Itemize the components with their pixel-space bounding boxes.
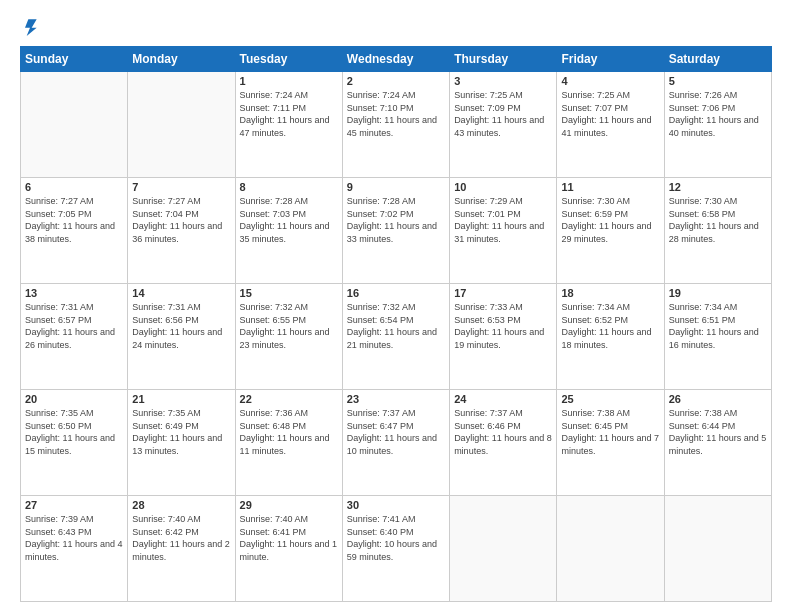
day-info: Sunrise: 7:39 AM Sunset: 6:43 PM Dayligh… [25,513,123,563]
day-info: Sunrise: 7:38 AM Sunset: 6:45 PM Dayligh… [561,407,659,457]
weekday-header-tuesday: Tuesday [235,47,342,72]
calendar-cell: 10Sunrise: 7:29 AM Sunset: 7:01 PM Dayli… [450,178,557,284]
day-info: Sunrise: 7:31 AM Sunset: 6:56 PM Dayligh… [132,301,230,351]
logo [20,16,44,36]
day-info: Sunrise: 7:41 AM Sunset: 6:40 PM Dayligh… [347,513,445,563]
day-number: 25 [561,393,659,405]
day-number: 10 [454,181,552,193]
day-info: Sunrise: 7:27 AM Sunset: 7:05 PM Dayligh… [25,195,123,245]
day-info: Sunrise: 7:25 AM Sunset: 7:07 PM Dayligh… [561,89,659,139]
weekday-header-saturday: Saturday [664,47,771,72]
day-number: 12 [669,181,767,193]
day-number: 28 [132,499,230,511]
day-info: Sunrise: 7:34 AM Sunset: 6:51 PM Dayligh… [669,301,767,351]
day-info: Sunrise: 7:30 AM Sunset: 6:59 PM Dayligh… [561,195,659,245]
day-info: Sunrise: 7:24 AM Sunset: 7:11 PM Dayligh… [240,89,338,139]
day-number: 13 [25,287,123,299]
day-number: 22 [240,393,338,405]
calendar-cell: 27Sunrise: 7:39 AM Sunset: 6:43 PM Dayli… [21,496,128,602]
calendar-cell: 3Sunrise: 7:25 AM Sunset: 7:09 PM Daylig… [450,72,557,178]
day-info: Sunrise: 7:25 AM Sunset: 7:09 PM Dayligh… [454,89,552,139]
calendar-cell: 12Sunrise: 7:30 AM Sunset: 6:58 PM Dayli… [664,178,771,284]
calendar-cell [128,72,235,178]
day-info: Sunrise: 7:37 AM Sunset: 6:46 PM Dayligh… [454,407,552,457]
day-number: 24 [454,393,552,405]
day-info: Sunrise: 7:27 AM Sunset: 7:04 PM Dayligh… [132,195,230,245]
calendar-cell: 13Sunrise: 7:31 AM Sunset: 6:57 PM Dayli… [21,284,128,390]
day-number: 11 [561,181,659,193]
weekday-header-sunday: Sunday [21,47,128,72]
week-row-5: 27Sunrise: 7:39 AM Sunset: 6:43 PM Dayli… [21,496,772,602]
calendar-cell: 21Sunrise: 7:35 AM Sunset: 6:49 PM Dayli… [128,390,235,496]
weekday-header-friday: Friday [557,47,664,72]
day-info: Sunrise: 7:32 AM Sunset: 6:54 PM Dayligh… [347,301,445,351]
calendar-cell: 20Sunrise: 7:35 AM Sunset: 6:50 PM Dayli… [21,390,128,496]
calendar-cell: 5Sunrise: 7:26 AM Sunset: 7:06 PM Daylig… [664,72,771,178]
week-row-4: 20Sunrise: 7:35 AM Sunset: 6:50 PM Dayli… [21,390,772,496]
day-info: Sunrise: 7:30 AM Sunset: 6:58 PM Dayligh… [669,195,767,245]
day-number: 8 [240,181,338,193]
weekday-header-row: SundayMondayTuesdayWednesdayThursdayFrid… [21,47,772,72]
day-info: Sunrise: 7:26 AM Sunset: 7:06 PM Dayligh… [669,89,767,139]
header [20,16,772,36]
calendar-cell: 15Sunrise: 7:32 AM Sunset: 6:55 PM Dayli… [235,284,342,390]
calendar-cell: 23Sunrise: 7:37 AM Sunset: 6:47 PM Dayli… [342,390,449,496]
day-info: Sunrise: 7:24 AM Sunset: 7:10 PM Dayligh… [347,89,445,139]
day-number: 2 [347,75,445,87]
day-info: Sunrise: 7:37 AM Sunset: 6:47 PM Dayligh… [347,407,445,457]
calendar-cell: 11Sunrise: 7:30 AM Sunset: 6:59 PM Dayli… [557,178,664,284]
calendar-cell: 7Sunrise: 7:27 AM Sunset: 7:04 PM Daylig… [128,178,235,284]
day-info: Sunrise: 7:33 AM Sunset: 6:53 PM Dayligh… [454,301,552,351]
day-info: Sunrise: 7:35 AM Sunset: 6:50 PM Dayligh… [25,407,123,457]
weekday-header-thursday: Thursday [450,47,557,72]
calendar-cell: 16Sunrise: 7:32 AM Sunset: 6:54 PM Dayli… [342,284,449,390]
day-number: 20 [25,393,123,405]
day-number: 21 [132,393,230,405]
calendar-cell: 25Sunrise: 7:38 AM Sunset: 6:45 PM Dayli… [557,390,664,496]
day-info: Sunrise: 7:40 AM Sunset: 6:41 PM Dayligh… [240,513,338,563]
day-number: 3 [454,75,552,87]
calendar-cell: 29Sunrise: 7:40 AM Sunset: 6:41 PM Dayli… [235,496,342,602]
week-row-1: 1Sunrise: 7:24 AM Sunset: 7:11 PM Daylig… [21,72,772,178]
calendar-cell: 6Sunrise: 7:27 AM Sunset: 7:05 PM Daylig… [21,178,128,284]
calendar-cell: 19Sunrise: 7:34 AM Sunset: 6:51 PM Dayli… [664,284,771,390]
day-number: 7 [132,181,230,193]
calendar-cell: 26Sunrise: 7:38 AM Sunset: 6:44 PM Dayli… [664,390,771,496]
day-info: Sunrise: 7:28 AM Sunset: 7:03 PM Dayligh… [240,195,338,245]
calendar-cell: 1Sunrise: 7:24 AM Sunset: 7:11 PM Daylig… [235,72,342,178]
day-info: Sunrise: 7:31 AM Sunset: 6:57 PM Dayligh… [25,301,123,351]
calendar-cell: 4Sunrise: 7:25 AM Sunset: 7:07 PM Daylig… [557,72,664,178]
day-info: Sunrise: 7:35 AM Sunset: 6:49 PM Dayligh… [132,407,230,457]
calendar-cell: 14Sunrise: 7:31 AM Sunset: 6:56 PM Dayli… [128,284,235,390]
day-number: 9 [347,181,445,193]
calendar-cell: 9Sunrise: 7:28 AM Sunset: 7:02 PM Daylig… [342,178,449,284]
day-info: Sunrise: 7:34 AM Sunset: 6:52 PM Dayligh… [561,301,659,351]
week-row-3: 13Sunrise: 7:31 AM Sunset: 6:57 PM Dayli… [21,284,772,390]
day-info: Sunrise: 7:36 AM Sunset: 6:48 PM Dayligh… [240,407,338,457]
day-info: Sunrise: 7:29 AM Sunset: 7:01 PM Dayligh… [454,195,552,245]
week-row-2: 6Sunrise: 7:27 AM Sunset: 7:05 PM Daylig… [21,178,772,284]
logo-icon [20,16,40,36]
calendar-cell: 30Sunrise: 7:41 AM Sunset: 6:40 PM Dayli… [342,496,449,602]
page: SundayMondayTuesdayWednesdayThursdayFrid… [0,0,792,612]
day-number: 17 [454,287,552,299]
day-number: 19 [669,287,767,299]
calendar-cell: 24Sunrise: 7:37 AM Sunset: 6:46 PM Dayli… [450,390,557,496]
calendar-cell: 18Sunrise: 7:34 AM Sunset: 6:52 PM Dayli… [557,284,664,390]
calendar-cell: 22Sunrise: 7:36 AM Sunset: 6:48 PM Dayli… [235,390,342,496]
day-number: 5 [669,75,767,87]
calendar-cell [21,72,128,178]
day-number: 6 [25,181,123,193]
day-number: 23 [347,393,445,405]
calendar-cell: 28Sunrise: 7:40 AM Sunset: 6:42 PM Dayli… [128,496,235,602]
weekday-header-wednesday: Wednesday [342,47,449,72]
day-number: 4 [561,75,659,87]
day-number: 16 [347,287,445,299]
svg-marker-0 [25,19,37,36]
calendar-cell: 2Sunrise: 7:24 AM Sunset: 7:10 PM Daylig… [342,72,449,178]
weekday-header-monday: Monday [128,47,235,72]
day-number: 15 [240,287,338,299]
day-number: 30 [347,499,445,511]
calendar-cell [557,496,664,602]
calendar-cell [450,496,557,602]
